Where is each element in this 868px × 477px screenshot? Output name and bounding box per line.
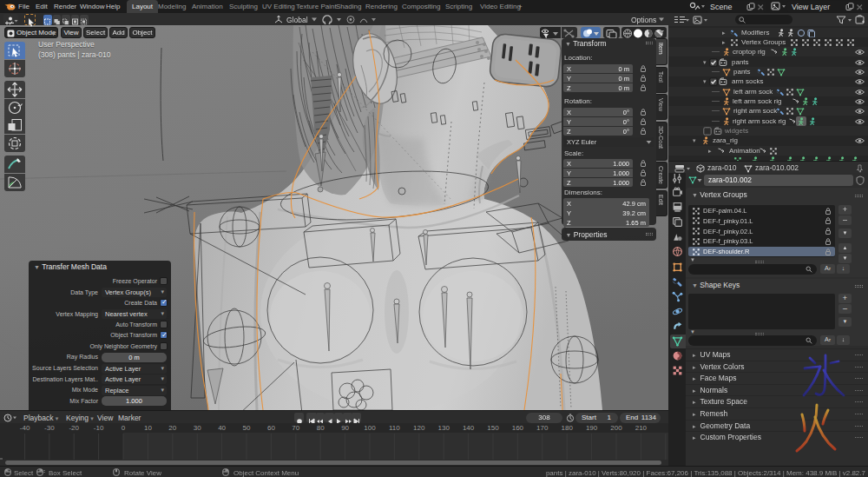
svg-text:140: 140 — [463, 424, 475, 432]
svg-text:130: 130 — [438, 424, 450, 432]
svg-text:110: 110 — [389, 424, 400, 432]
svg-text:-20: -20 — [69, 424, 79, 432]
svg-text:80: 80 — [317, 424, 325, 432]
svg-text:120: 120 — [413, 424, 425, 432]
svg-text:-10: -10 — [94, 424, 104, 432]
svg-text:30: 30 — [194, 424, 201, 432]
svg-text:0: 0 — [122, 424, 126, 432]
svg-text:40: 40 — [218, 424, 226, 432]
svg-text:20: 20 — [168, 424, 176, 432]
svg-text:200: 200 — [610, 424, 622, 432]
svg-text:70: 70 — [292, 424, 299, 432]
svg-text:-30: -30 — [44, 424, 55, 432]
svg-text:150: 150 — [487, 424, 499, 432]
svg-text:-40: -40 — [20, 424, 30, 432]
svg-text:190: 190 — [586, 424, 598, 432]
svg-text:90: 90 — [341, 424, 349, 432]
svg-text:10: 10 — [144, 424, 152, 432]
svg-text:210: 210 — [635, 424, 648, 432]
svg-text:100: 100 — [364, 424, 376, 432]
svg-text:180: 180 — [562, 424, 574, 432]
svg-text:170: 170 — [536, 424, 549, 432]
svg-text:50: 50 — [243, 424, 251, 432]
svg-text:160: 160 — [512, 424, 524, 432]
svg-text:60: 60 — [267, 424, 275, 432]
